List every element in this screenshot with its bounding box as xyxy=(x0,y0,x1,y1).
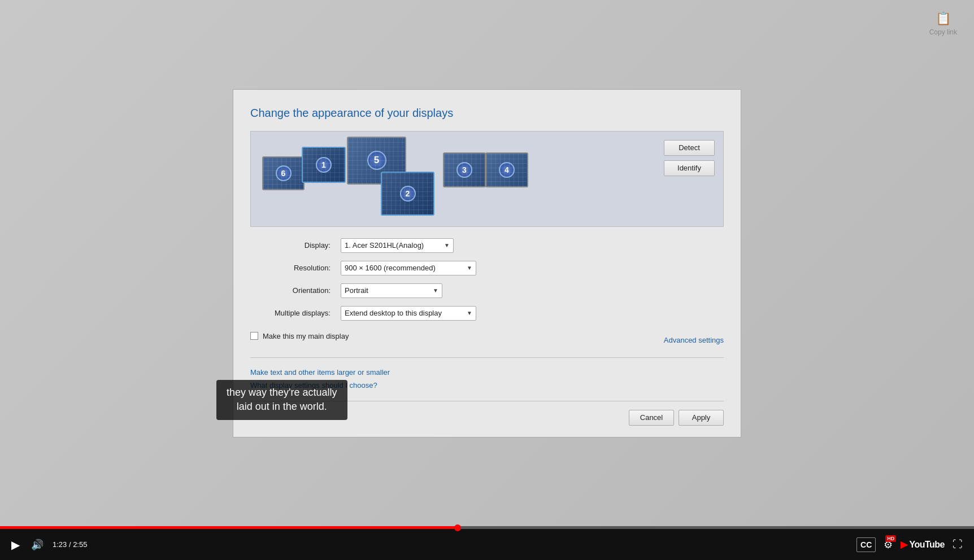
settings-button[interactable]: ⚙ HD xyxy=(881,536,895,553)
multiple-displays-arrow-icon: ▼ xyxy=(467,310,472,316)
display-field-wrapper: 1. Acer S201HL(Analog) ▼ xyxy=(341,238,724,253)
copy-icon: 📋 xyxy=(936,11,951,26)
play-button[interactable]: ▶ xyxy=(9,536,22,554)
monitor-display-area: 6 1 5 xyxy=(250,131,724,227)
fullscreen-button[interactable]: ⛶ xyxy=(950,536,965,553)
resolution-label: Resolution: xyxy=(250,264,335,272)
detect-button[interactable]: Detect xyxy=(664,140,715,156)
multiple-displays-field-wrapper: Extend desktop to this display ▼ xyxy=(341,306,724,321)
monitor-6[interactable]: 6 xyxy=(262,156,305,190)
display-select[interactable]: 1. Acer S201HL(Analog) ▼ xyxy=(341,238,454,253)
yt-controls-right: CC ⚙ HD ▶ YouTube ⛶ xyxy=(856,536,965,553)
volume-button[interactable]: 🔊 xyxy=(29,536,46,553)
checkbox-advanced-row: Make this my main display Advanced setti… xyxy=(250,332,724,358)
resolution-arrow-icon: ▼ xyxy=(467,265,472,271)
progress-dot xyxy=(454,524,461,531)
monitor-4[interactable]: 4 xyxy=(485,152,528,187)
video-controls: ▶ 🔊 1:23 / 2:55 CC ⚙ HD ▶ YouTube xyxy=(0,526,974,560)
time-display: 1:23 / 2:55 xyxy=(53,540,87,549)
copy-link-button[interactable]: 📋 Copy link xyxy=(929,11,957,36)
form-grid: Display: 1. Acer S201HL(Analog) ▼ Resolu… xyxy=(250,238,724,321)
dialog-area: 📋 Copy link Change the appearance of you… xyxy=(0,0,974,526)
orientation-field-wrapper: Portrait ▼ xyxy=(341,283,724,298)
multiple-displays-label: Multiple displays: xyxy=(250,309,335,317)
volume-icon: 🔊 xyxy=(31,539,44,551)
apply-button[interactable]: Apply xyxy=(679,410,724,426)
text-size-link[interactable]: Make text and other items larger or smal… xyxy=(250,368,724,377)
copy-link-label: Copy link xyxy=(929,28,957,36)
display-arrow-icon: ▼ xyxy=(444,242,450,248)
side-buttons: Detect Identify xyxy=(664,140,715,176)
caption-line1: they way they're actually xyxy=(227,386,337,400)
dialog-title: Change the appearance of your displays xyxy=(250,107,724,120)
main-display-checkbox[interactable] xyxy=(250,332,258,340)
controls-row: ▶ 🔊 1:23 / 2:55 CC ⚙ HD ▶ YouTube xyxy=(0,529,974,560)
advanced-settings-link[interactable]: Advanced settings xyxy=(664,336,724,344)
hd-badge: HD xyxy=(885,535,896,542)
youtube-logo: ▶ YouTube xyxy=(901,539,945,550)
multiple-displays-select[interactable]: Extend desktop to this display ▼ xyxy=(341,306,476,321)
progress-bar[interactable] xyxy=(0,526,974,529)
monitor-2[interactable]: 2 xyxy=(381,172,434,216)
main-display-checkbox-row: Make this my main display xyxy=(250,332,349,340)
progress-fill xyxy=(0,526,458,529)
display-label: Display: xyxy=(250,241,335,250)
identify-button[interactable]: Identify xyxy=(664,160,715,176)
orientation-label: Orientation: xyxy=(250,286,335,295)
monitor-1[interactable]: 1 xyxy=(302,147,346,183)
video-container: 📋 Copy link Change the appearance of you… xyxy=(0,0,974,560)
resolution-field-wrapper: 900 × 1600 (recommended) ▼ xyxy=(341,261,724,275)
orientation-select[interactable]: Portrait ▼ xyxy=(341,283,442,298)
subtitle-caption: they way they're actually laid out in th… xyxy=(216,380,347,419)
settings-button-wrapper: ⚙ HD xyxy=(881,536,895,553)
bottom-buttons: they way they're actually laid out in th… xyxy=(250,401,724,426)
cancel-button[interactable]: Cancel xyxy=(629,410,674,426)
play-icon: ▶ xyxy=(11,538,20,552)
cc-button[interactable]: CC xyxy=(856,537,876,552)
fullscreen-icon: ⛶ xyxy=(953,539,963,550)
main-display-checkbox-label: Make this my main display xyxy=(263,332,349,340)
monitor-3[interactable]: 3 xyxy=(443,152,486,187)
youtube-icon: ▶ xyxy=(901,540,907,549)
display-settings-dialog: Change the appearance of your displays 6 xyxy=(233,89,741,438)
orientation-arrow-icon: ▼ xyxy=(433,287,438,294)
resolution-select[interactable]: 900 × 1600 (recommended) ▼ xyxy=(341,261,476,275)
caption-line2: laid out in the world. xyxy=(227,400,337,414)
monitors-container: 6 1 5 xyxy=(262,137,545,221)
youtube-label: YouTube xyxy=(909,540,945,549)
